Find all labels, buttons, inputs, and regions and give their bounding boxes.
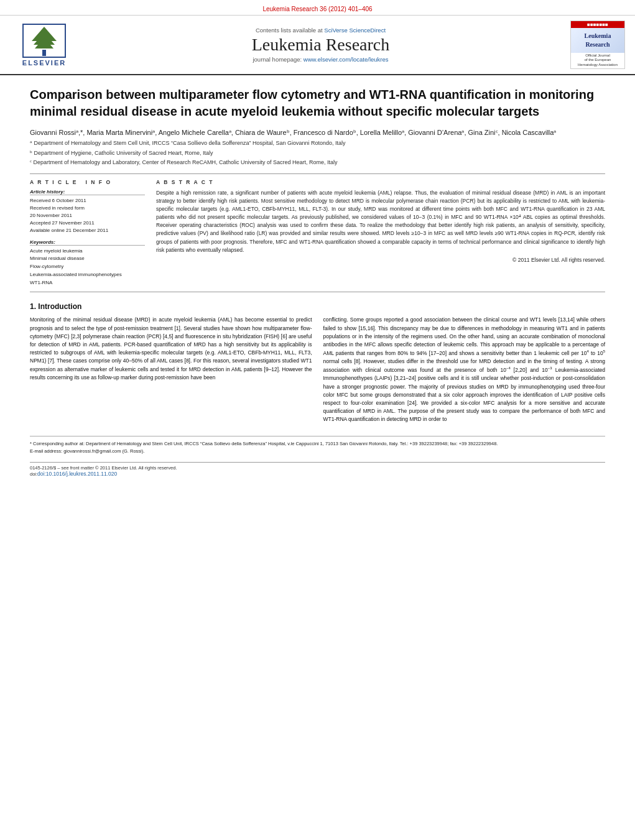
leukemia-logo-text: LeukemiaResearch <box>585 32 611 49</box>
affiliations: ᵃ Department of Hematology and Stem Cell… <box>30 139 605 167</box>
separator-1 <box>30 173 605 174</box>
intro-heading: 1. Introduction <box>30 302 605 311</box>
affiliation-a: ᵃ Department of Hematology and Stem Cell… <box>30 139 605 148</box>
footer-issn: 0145-2126/$ – see front matter © 2011 El… <box>30 465 605 471</box>
intro-right-col: conflicting. Some groups reported a good… <box>323 316 606 427</box>
available-date: Available online 21 December 2011 <box>30 227 145 234</box>
footer-doi: doi:doi:10.1016/j.leukres.2011.11.020 <box>30 471 605 477</box>
footnote-2: E-mail address: giovannirossi.fr@gmail.c… <box>30 448 605 455</box>
svg-rect-0 <box>42 50 46 56</box>
homepage-prefix: journal homepage: <box>253 56 303 63</box>
abstract-text: Despite a high remission rate, a signifi… <box>156 189 605 254</box>
received-date: Received 6 October 2011 <box>30 197 145 205</box>
doi-prefix: doi: <box>30 471 37 477</box>
intro-para-left-1: Monitoring of the minimal residual disea… <box>30 316 312 381</box>
introduction-section: 1. Introduction Monitoring of the minima… <box>30 302 605 427</box>
history-label: Article history: <box>30 189 145 195</box>
received-revised-date: Received in revised form 20 November 201… <box>30 205 145 219</box>
keyword-3: Flow-cytometry <box>30 263 145 271</box>
right-col: A B S T R A C T Despite a high remission… <box>156 179 605 287</box>
footnote-section: * Corresponding author at: Department of… <box>30 436 605 455</box>
keywords-label: Keywords: <box>30 239 145 246</box>
homepage-link[interactable]: www.elsevier.com/locate/leukres <box>304 56 389 63</box>
keyword-2: Minimal residual disease <box>30 255 145 263</box>
sciverse-prefix: Contents lists available at <box>256 27 324 34</box>
journal-logo-box: ■■■■■■■ LeukemiaResearch Official Journa… <box>563 21 625 69</box>
affiliation-b: ᵇ Department of Hygiene, Catholic Univer… <box>30 149 605 158</box>
doi-link[interactable]: doi:10.1016/j.leukres.2011.11.020 <box>37 471 117 477</box>
keyword-4: Leukemia-associated immunophenotypes <box>30 271 145 279</box>
keyword-5: WT1-RNA <box>30 279 145 287</box>
leukemia-logo-image: LeukemiaResearch <box>571 28 624 53</box>
journal-header: ELSEVIER Contents lists available at Sci… <box>0 16 635 75</box>
paper-title: Comparison between multiparameter flow c… <box>30 86 605 120</box>
journal-homepage: journal homepage: www.elsevier.com/locat… <box>78 56 563 63</box>
sciverse-line: Contents lists available at SciVerse Sci… <box>78 27 563 34</box>
elsevier-label: ELSEVIER <box>22 59 66 67</box>
sciverse-link[interactable]: SciVerse ScienceDirect <box>324 27 386 34</box>
top-bar: Leukemia Research 36 (2012) 401–406 <box>0 0 635 16</box>
intro-para-right-1: conflicting. Some groups reported a good… <box>323 316 606 423</box>
authors: Giovanni Rossiᵃ,*, Maria Marta Minervini… <box>30 129 605 137</box>
leukemia-logo-bottom: Official Journalof the EuropeanHematolog… <box>571 53 624 68</box>
article-history-block: Article history: Received 6 October 2011… <box>30 189 145 234</box>
footnote-1: * Corresponding author at: Department of… <box>30 440 605 447</box>
affiliation-c: ᶜ Department of Hematology and Laborator… <box>30 159 605 167</box>
elsevier-logo: ELSEVIER <box>10 24 78 67</box>
journal-center-info: Contents lists available at SciVerse Sci… <box>78 27 563 63</box>
intro-two-col: Monitoring of the minimal residual disea… <box>30 316 605 427</box>
article-info-abstract: A R T I C L E I N F O Article history: R… <box>30 179 605 287</box>
intro-left-col: Monitoring of the minimal residual disea… <box>30 316 312 427</box>
abstract-copyright: © 2011 Elsevier Ltd. All rights reserved… <box>156 257 605 263</box>
left-col: A R T I C L E I N F O Article history: R… <box>30 179 145 287</box>
leukemia-logo: ■■■■■■■ LeukemiaResearch Official Journa… <box>570 21 625 69</box>
page: Leukemia Research 36 (2012) 401–406 ELSE… <box>0 0 635 840</box>
leukemia-logo-top-bar: ■■■■■■■ <box>571 21 624 28</box>
separator-2 <box>30 292 605 292</box>
abstract-heading: A B S T R A C T <box>156 179 605 185</box>
paper-body: Comparison between multiparameter flow c… <box>0 75 635 488</box>
accepted-date: Accepted 27 November 2011 <box>30 219 145 227</box>
journal-issue-info: Leukemia Research 36 (2012) 401–406 <box>262 6 372 12</box>
article-info-heading: A R T I C L E I N F O <box>30 179 145 185</box>
keyword-1: Acute myeloid leukemia <box>30 247 145 256</box>
journal-title: Leukemia Research <box>78 35 563 55</box>
footer-info: 0145-2126/$ – see front matter © 2011 El… <box>30 462 605 477</box>
keywords-block: Keywords: Acute myeloid leukemia Minimal… <box>30 239 145 287</box>
elsevier-tree-icon <box>22 24 66 58</box>
